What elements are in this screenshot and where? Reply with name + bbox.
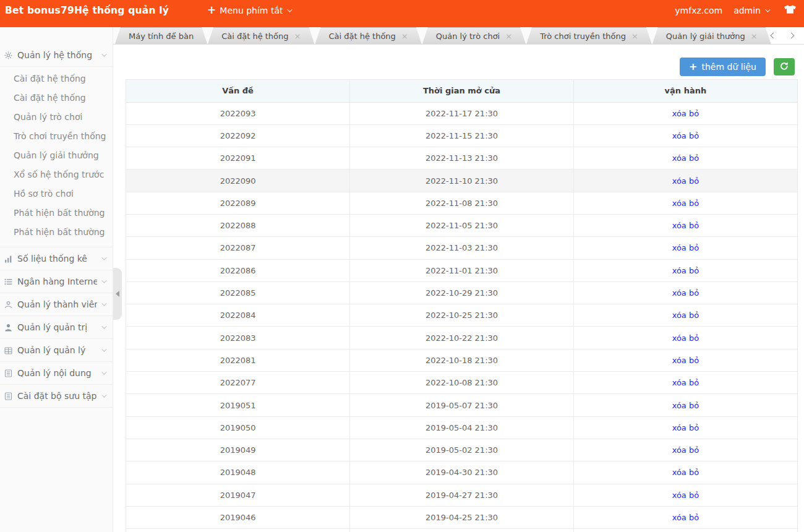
sidebar-subitem[interactable]: Phát hiện bất thường [0,204,113,223]
sidebar-subitem[interactable]: Phát hiện bất thường [0,223,113,242]
column-header: vận hành [573,80,797,102]
delete-link[interactable]: xóa bỏ [672,199,699,208]
close-icon[interactable]: × [505,32,512,40]
delete-link[interactable]: xóa bỏ [672,221,699,230]
sidebar-section[interactable]: Quản lý quản trị [0,316,113,339]
tab-bar: Máy tính để bànCài đặt hệ thống×Cài đặt … [113,27,804,45]
open-time: 2019-04-27 21:30 [350,484,574,506]
table-row: 20220852022-10-29 21:30xóa bỏ [126,281,797,304]
plus-icon: + [689,62,697,72]
sidebar-section[interactable]: Cài đặt bộ sưu tập [0,385,113,408]
sidebar-subitem[interactable]: Cài đặt hệ thống [0,69,113,88]
collapse-arrow-icon [116,291,119,297]
open-time: 2022-10-22 21:30 [350,327,574,349]
delete-link[interactable]: xóa bỏ [672,109,699,118]
issue-number: 2019048 [126,461,350,484]
delete-link[interactable]: xóa bỏ [672,468,699,477]
delete-link[interactable]: xóa bỏ [672,131,699,140]
table-row: 20220892022-11-08 21:30xóa bỏ [126,192,797,214]
tab[interactable]: Quản lý trò chơi× [422,27,526,44]
tab-label: Cài đặt hệ thống [221,32,288,41]
chevron-down-icon [101,51,106,56]
tab[interactable]: Trò chơi truyền thống× [526,27,652,44]
shortcut-menu-button[interactable]: + Menu phím tắt [207,5,290,15]
list-icon [4,278,13,286]
delete-link[interactable]: xóa bỏ [672,356,699,365]
sidebar-section[interactable]: Quản lý quản lý [0,339,113,362]
delete-link[interactable]: xóa bỏ [672,243,699,252]
chevron-down-icon [101,255,106,260]
sidebar-subitem[interactable]: Hồ sơ trò chơi [0,184,113,204]
chevron-down-icon [101,278,106,283]
table-row: 20220812022-10-18 21:30xóa bỏ [126,349,797,371]
table-row: 20190482019-04-30 21:30xóa bỏ [126,461,797,484]
actions-cell: xóa bỏ [573,416,797,439]
delete-link[interactable]: xóa bỏ [672,378,699,387]
sidebar-section[interactable]: Số liệu thống kê [0,247,113,270]
sidebar-section-label: Cài đặt bộ sưu tập [17,391,97,401]
sidebar-section-label: Quản lý quản trị [17,322,97,332]
delete-link[interactable]: xóa bỏ [672,445,699,455]
delete-link[interactable]: xóa bỏ [672,491,699,500]
delete-link[interactable]: xóa bỏ [672,513,699,522]
delete-link[interactable]: xóa bỏ [672,153,699,163]
refresh-button[interactable] [774,58,795,75]
add-data-button[interactable]: + thêm dữ liệu [680,58,766,76]
delete-link[interactable]: xóa bỏ [672,266,699,275]
sidebar-subitem[interactable]: Xổ số hệ thống trước [0,165,113,184]
chevron-left-icon[interactable] [771,33,777,39]
sidebar: Quản lý hệ thốngCài đặt hệ thốngCài đặt … [0,27,113,532]
tshirt-icon [784,4,797,16]
delete-link[interactable]: xóa bỏ [672,311,699,320]
open-time: 2019-05-04 21:30 [350,416,574,439]
issues-table: Vấn đềThời gian mở cửavận hành 202209320… [126,79,798,532]
table-row: 20190472019-04-27 21:30xóa bỏ [126,484,797,506]
main-content: Máy tính để bànCài đặt hệ thống×Cài đặt … [113,27,804,532]
grid-box-icon [4,346,13,354]
delete-link[interactable]: xóa bỏ [672,423,699,432]
sidebar-subitem[interactable]: Quản lý trò chơi [0,108,113,127]
open-time: 2022-10-29 21:30 [350,281,574,304]
sidebar-section[interactable]: Ngân hàng Internet [0,270,113,293]
issue-number: 2022087 [126,237,350,259]
tab[interactable]: Cài đặt hệ thống× [208,27,314,44]
actions-cell: xóa bỏ [573,192,797,214]
tab[interactable]: Cài đặt hệ thống× [315,27,421,44]
user-menu[interactable]: admin [733,6,769,15]
close-icon[interactable]: × [631,32,638,40]
actions-cell: xóa bỏ [573,484,797,506]
delete-link[interactable]: xóa bỏ [672,288,699,298]
sidebar-collapse-handle[interactable] [113,268,122,320]
open-time: 2022-10-08 21:30 [350,372,574,394]
sidebar-section[interactable]: Quản lý nội dung [0,362,113,385]
gear-icon [4,51,13,59]
sidebar-subitem[interactable]: Trò chơi truyền thống [0,127,113,146]
open-time: 2022-11-08 21:30 [350,192,574,214]
sidebar-submenu: Cài đặt hệ thốngCài đặt hệ thốngQuản lý … [0,67,113,247]
close-icon[interactable]: × [294,32,301,40]
chevron-down-icon [101,324,106,328]
tab-label: Quản lý trò chơi [436,32,500,41]
delete-link[interactable]: xóa bỏ [672,401,699,410]
sidebar-section[interactable]: Quản lý thành viên [0,293,113,316]
tab[interactable]: Máy tính để bàn [115,27,207,44]
close-icon[interactable]: × [401,32,408,40]
tab-label: Máy tính để bàn [129,32,194,41]
issue-number: 2022088 [126,214,350,236]
table-row: 20220922022-11-15 21:30xóa bỏ [126,124,797,147]
top-bar: Bet bonus79Hệ thống quản lý + Menu phím … [0,0,804,27]
issue-number: 2022092 [126,124,350,147]
sidebar-section[interactable]: Quản lý hệ thống [0,44,113,67]
delete-link[interactable]: xóa bỏ [672,176,699,186]
issue-number: 2022083 [126,327,350,349]
table-row: 20220772022-10-08 21:30xóa bỏ [126,372,797,394]
close-icon[interactable]: × [751,32,758,40]
issue-number: 2022077 [126,372,350,394]
tab[interactable]: Quản lý giải thưởng× [652,27,771,44]
theme-button[interactable] [784,4,797,16]
sidebar-subitem[interactable]: Quản lý giải thưởng [0,146,113,165]
document-icon [4,392,13,400]
delete-link[interactable]: xóa bỏ [672,333,699,343]
sidebar-subitem[interactable]: Cài đặt hệ thống [0,88,113,108]
chevron-right-icon[interactable] [789,33,795,39]
